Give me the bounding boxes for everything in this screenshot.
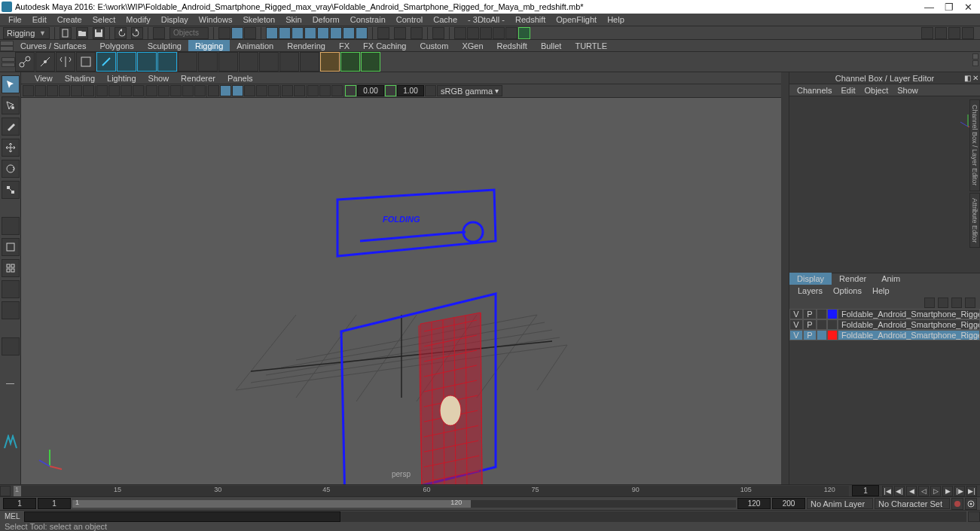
shelf-orient-joint[interactable]: [76, 52, 96, 72]
last-tool[interactable]: [2, 217, 20, 235]
layer-menu-help[interactable]: Help: [867, 285, 895, 296]
pt-grease[interactable]: [83, 85, 94, 96]
render-button[interactable]: [454, 27, 466, 39]
layer-tab-anim[interactable]: Anim: [874, 273, 908, 285]
pt-image-plane[interactable]: [59, 85, 70, 96]
mask-dynamic-button[interactable]: [330, 27, 342, 39]
render-view-button[interactable]: [505, 27, 517, 39]
pt-isolate[interactable]: [208, 85, 219, 96]
shelf-deformer-3[interactable]: [300, 52, 319, 72]
minimize-button[interactable]: —: [924, 2, 934, 13]
layer-type-toggle[interactable]: [817, 319, 827, 330]
menu-control[interactable]: Control: [391, 14, 428, 25]
shelf-tab-rendering[interactable]: Rendering: [280, 40, 332, 52]
layer-row[interactable]: V P Foldable_Android_Smartphone_Rigged: [789, 330, 980, 340]
pt-renderer-dd[interactable]: [331, 85, 343, 96]
pt-lock-camera[interactable]: [35, 85, 46, 96]
preferences-button[interactable]: [965, 498, 977, 510]
shelf-layout-b-button[interactable]: [2, 63, 15, 67]
pt-motion-blur[interactable]: [256, 85, 267, 96]
layer-move-up-button[interactable]: [924, 298, 935, 308]
snap-point-button[interactable]: [411, 27, 423, 39]
command-language-label[interactable]: MEL: [0, 512, 24, 520]
script-editor-button[interactable]: [968, 511, 980, 522]
pt-color-mgmt[interactable]: [425, 85, 436, 96]
range-bar-inner[interactable]: [72, 500, 471, 508]
shelf-smooth-skin[interactable]: [239, 52, 258, 72]
range-bar[interactable]: 1 120: [72, 500, 736, 508]
cb-menu-show[interactable]: Show: [893, 85, 923, 96]
side-tab-channelbox[interactable]: Channel Box / Layer Editor: [969, 99, 980, 191]
shelf-deformer-1[interactable]: [259, 52, 279, 72]
mask-misc-button[interactable]: [356, 27, 368, 39]
redo-button[interactable]: [131, 27, 143, 39]
save-scene-button[interactable]: [93, 27, 105, 39]
menu-constrain[interactable]: Constrain: [345, 14, 391, 25]
shelf-constraint-1[interactable]: [320, 52, 340, 72]
viewport-3d[interactable]: FOLDING: [21, 98, 781, 484]
time-slider-track[interactable]: 1 15 30 45 60 75 90 105 120: [14, 486, 849, 496]
ipr-render-button[interactable]: [467, 27, 479, 39]
pt-gamma-toggle[interactable]: [385, 85, 396, 96]
layer-visibility-toggle[interactable]: V: [789, 309, 803, 319]
shelf-menu-button[interactable]: [0, 46, 14, 51]
hypershade-button[interactable]: [493, 27, 505, 39]
layer-name[interactable]: Foldable_Android_Smartphone_Rigged_contr…: [838, 309, 980, 319]
layer-playback-toggle[interactable]: P: [803, 319, 817, 330]
shelf-tab-fxcaching[interactable]: FX Caching: [356, 40, 413, 52]
mask-handle-button[interactable]: [266, 27, 278, 39]
layout-custom[interactable]: [2, 337, 20, 356]
layer-color-swatch[interactable]: [827, 319, 838, 330]
menu-deform[interactable]: Deform: [307, 14, 345, 25]
layer-visibility-toggle[interactable]: V: [789, 319, 803, 330]
panel-menu-panels[interactable]: Panels: [221, 73, 259, 84]
lasso-tool[interactable]: [2, 96, 20, 114]
shelf-editor-button[interactable]: [0, 41, 14, 46]
layer-visibility-toggle[interactable]: V: [789, 330, 803, 340]
shelf-insert-joint[interactable]: [35, 52, 55, 72]
layout-outliner[interactable]: [2, 301, 20, 319]
channel-box-toggle-button[interactable]: [948, 27, 960, 39]
auto-key-button[interactable]: [951, 498, 963, 510]
close-button[interactable]: ✕: [964, 2, 972, 13]
shelf-tab-xgen[interactable]: XGen: [455, 40, 490, 52]
layer-new-empty-button[interactable]: [951, 298, 962, 308]
move-tool[interactable]: [2, 139, 20, 157]
pt-aa[interactable]: [268, 85, 279, 96]
pt-wireframe[interactable]: [146, 85, 157, 96]
viewport-scrollbar[interactable]: [781, 72, 789, 484]
shelf-mirror-joint[interactable]: [56, 52, 75, 72]
menu-help[interactable]: Help: [602, 14, 630, 25]
pt-shadows[interactable]: [194, 85, 206, 96]
pt-textured[interactable]: [170, 85, 182, 96]
panel-menu-shading[interactable]: Shading: [59, 73, 101, 84]
cb-menu-channels[interactable]: Channels: [792, 85, 836, 96]
shelf-deformer-2[interactable]: [279, 52, 299, 72]
layer-playback-toggle[interactable]: P: [803, 309, 817, 319]
new-scene-button[interactable]: [60, 27, 72, 39]
menu-display[interactable]: Display: [156, 14, 194, 25]
shelf-scroll-down[interactable]: [972, 60, 978, 66]
pt-hq[interactable]: [319, 85, 331, 96]
layer-color-swatch[interactable]: [827, 330, 838, 340]
open-scene-button[interactable]: [76, 27, 88, 39]
menu-create[interactable]: Create: [52, 14, 87, 25]
layer-color-swatch[interactable]: [827, 309, 838, 319]
step-back-key-button[interactable]: ◀|: [894, 486, 905, 496]
undo-button[interactable]: [114, 27, 127, 39]
play-forward-button[interactable]: ▷: [930, 486, 941, 496]
go-to-start-button[interactable]: |◀: [882, 486, 893, 496]
mask-deformer-button[interactable]: [317, 27, 329, 39]
layer-playback-toggle[interactable]: P: [803, 330, 817, 340]
selection-search-input[interactable]: [169, 27, 209, 39]
select-mode-button[interactable]: [153, 27, 165, 39]
current-frame-field[interactable]: [852, 485, 879, 496]
shelf-tab-custom[interactable]: Custom: [414, 40, 456, 52]
layer-type-toggle[interactable]: [817, 330, 827, 340]
layer-row[interactable]: V P Foldable_Android_Smartphone_Rigged_c…: [789, 309, 980, 319]
panel-close-button[interactable]: ✕: [972, 74, 978, 82]
anim-layer-dropdown[interactable]: No Anim Layer: [807, 498, 873, 509]
menu-skeleton[interactable]: Skeleton: [237, 14, 280, 25]
step-forward-button[interactable]: ▶: [942, 486, 953, 496]
cb-menu-object[interactable]: Object: [859, 85, 893, 96]
